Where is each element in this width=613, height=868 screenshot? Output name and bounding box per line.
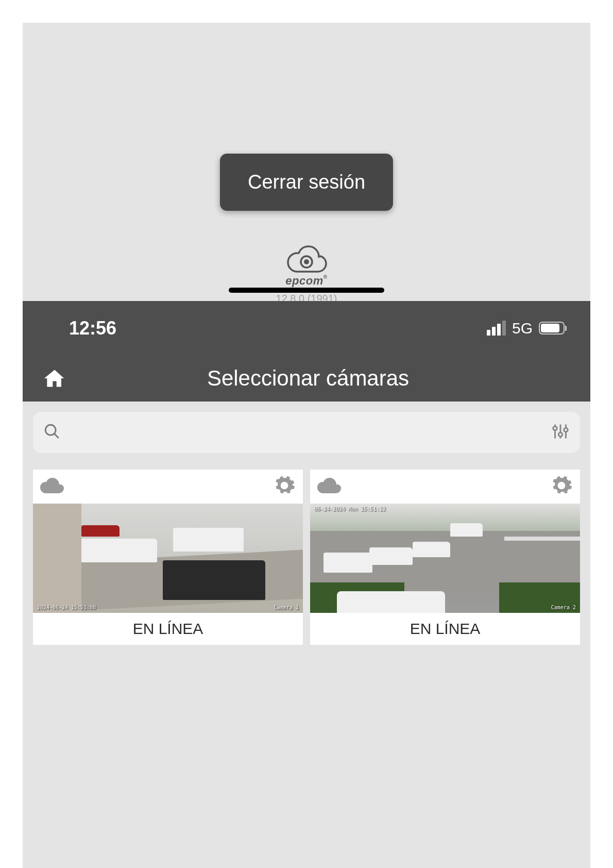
brand-area: epcom®	[224, 244, 389, 288]
status-time: 12:56	[69, 318, 116, 339]
svg-point-9	[564, 428, 568, 432]
camera-thumbnail[interactable]: 06-24-2024 Mon 15:51:13 Camera 2	[310, 504, 580, 613]
timestamp-label: 06-24-2024 Mon 15:51:13	[314, 506, 385, 512]
camera-card[interactable]: 2024-06-24 15:51:08 Camera 1 EN LÍNEA	[33, 470, 303, 645]
cloud-icon	[317, 477, 341, 496]
camera-label: Camera 2	[551, 605, 576, 610]
brand-cloud-icon	[224, 244, 389, 275]
home-indicator	[229, 288, 384, 293]
home-icon[interactable]	[42, 366, 67, 391]
brand-name: epcom®	[224, 274, 389, 288]
camera-thumbnail[interactable]: 2024-06-24 15:51:08 Camera 1	[33, 504, 303, 613]
logout-button[interactable]: Cerrar sesión	[220, 154, 393, 211]
camera-status: EN LÍNEA	[33, 613, 303, 645]
signal-icon	[487, 321, 506, 336]
search-bar	[33, 412, 580, 453]
camera-grid: 2024-06-24 15:51:08 Camera 1 EN LÍNEA	[33, 470, 580, 645]
svg-point-2	[45, 425, 56, 435]
svg-point-8	[558, 432, 563, 437]
status-bar: 12:56 5G	[23, 301, 590, 355]
layout-grid-icon[interactable]	[549, 369, 571, 388]
svg-line-3	[54, 433, 59, 438]
page-title: Seleccionar cámaras	[67, 366, 549, 391]
nav-bar: Seleccionar cámaras	[23, 355, 590, 402]
app-frame: Cerrar sesión epcom® 12.8.0 (1991) 12:56…	[23, 23, 590, 868]
svg-point-7	[553, 426, 557, 430]
gear-icon[interactable]	[550, 474, 573, 499]
filter-icon[interactable]	[551, 422, 570, 443]
timestamp-label: 2024-06-24 15:51:08	[37, 605, 96, 610]
svg-point-1	[304, 259, 309, 264]
search-icon	[43, 423, 61, 442]
camera-card[interactable]: 06-24-2024 Mon 15:51:13 Camera 2 EN LÍNE…	[310, 470, 580, 645]
network-label: 5G	[512, 320, 533, 337]
camera-status: EN LÍNEA	[310, 613, 580, 645]
search-input[interactable]	[61, 424, 551, 441]
cloud-icon	[40, 477, 64, 496]
battery-icon	[539, 322, 565, 335]
gear-icon[interactable]	[273, 474, 296, 499]
camera-label: Camera 1	[274, 605, 299, 610]
